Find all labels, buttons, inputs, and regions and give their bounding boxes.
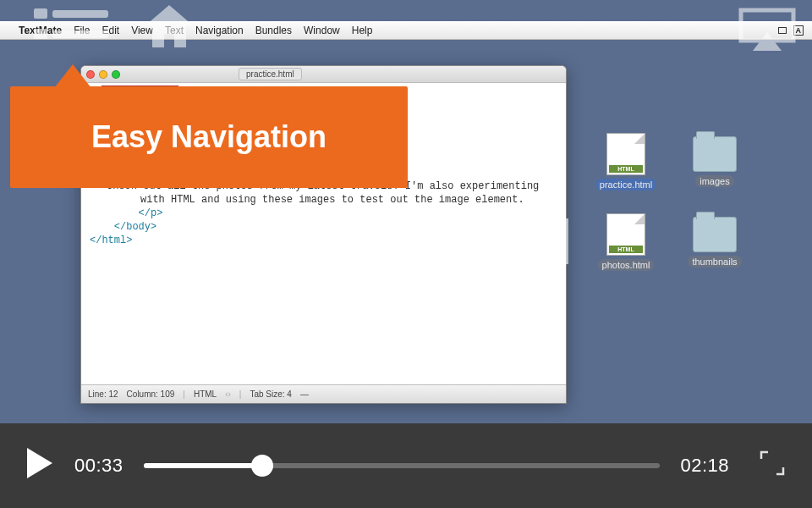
menu-navigation[interactable]: Navigation [195,25,244,36]
svg-marker-10 [376,207,436,276]
file-label: practice.html [595,179,656,190]
play-center-icon[interactable] [370,203,442,283]
menu-window[interactable]: Window [304,25,340,36]
svg-marker-11 [494,218,524,264]
svg-rect-2 [34,29,47,39]
svg-marker-4 [145,5,193,47]
window-zoom-icon[interactable] [112,70,120,79]
folder-label: thumbnails [688,256,741,268]
menu-bundles[interactable]: Bundles [255,25,292,36]
svg-marker-8 [252,218,283,264]
status-tabsize[interactable]: Tab Size: 4 [250,389,291,399]
airplay-icon[interactable] [738,7,797,58]
desktop-file-practice[interactable]: HTML practice.html [592,133,660,190]
svg-rect-7 [244,218,252,264]
play-button[interactable] [25,446,54,485]
folder-icon [693,136,737,172]
callout-text: Easy Navigation [91,119,326,155]
desktop-folder-images[interactable]: images [681,133,749,187]
overlay-list-icon[interactable] [34,5,110,52]
editor-titlebar[interactable]: practice.html [81,66,566,83]
file-label: photos.html [598,259,655,271]
svg-rect-13 [560,218,568,264]
html-file-icon: HTML [606,133,645,175]
editor-tab[interactable]: practice.html [239,68,302,80]
status-language[interactable]: HTML [194,389,217,399]
scrubber[interactable] [144,463,661,468]
window-minimize-icon[interactable] [99,70,107,79]
video-center-controls [244,203,568,283]
svg-marker-12 [526,218,557,264]
svg-marker-9 [286,218,316,264]
desktop-folder-thumbnails[interactable]: thumbnails [681,213,749,268]
status-column: Column: 109 [127,389,175,399]
overlay-home-icon[interactable] [144,5,195,52]
player-bar: 00:33 02:18 [0,423,812,508]
svg-rect-3 [52,30,108,38]
fullscreen-button[interactable] [758,449,787,483]
editor-statusbar: Line: 12 Column: 109 | HTML ‹› | Tab Siz… [81,384,566,403]
skip-forward-icon[interactable] [492,212,568,274]
svg-rect-0 [34,8,47,19]
svg-marker-14 [27,448,52,478]
scrubber-thumb[interactable] [251,455,273,477]
callout-tooltip: Easy Navigation [10,86,408,188]
scrubber-fill [144,463,263,468]
time-current: 00:33 [74,455,123,477]
status-line: Line: 12 [88,389,118,399]
skip-back-icon[interactable] [244,212,320,274]
time-duration: 02:18 [680,455,729,477]
desktop-file-photos[interactable]: HTML photos.html [592,213,660,271]
svg-rect-1 [52,10,108,18]
folder-icon [693,217,737,252]
folder-label: images [695,175,733,187]
html-file-icon: HTML [606,213,645,256]
menu-help[interactable]: Help [352,25,373,36]
